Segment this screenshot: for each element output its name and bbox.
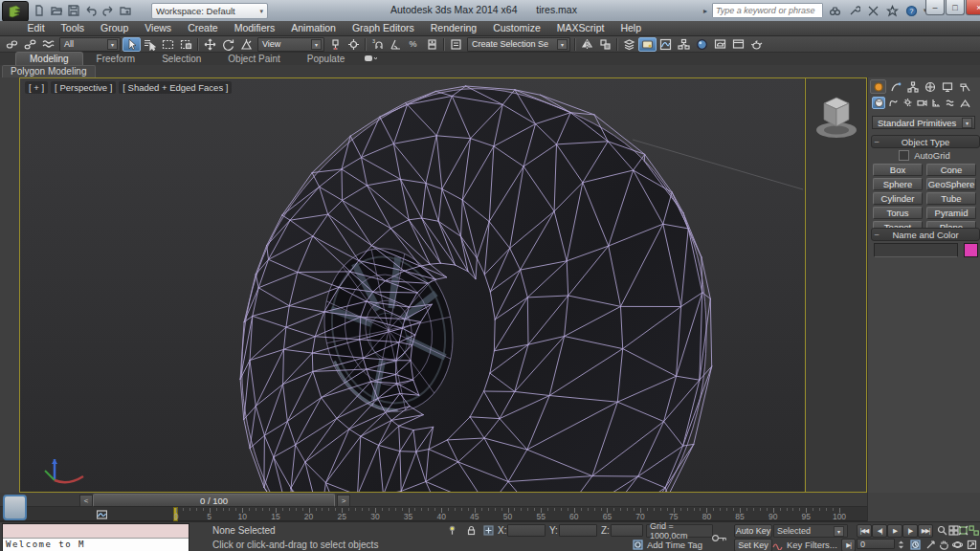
object-color-swatch[interactable]: [964, 243, 978, 257]
sphere-button[interactable]: Sphere: [873, 178, 923, 190]
bind-to-spacewarp-icon[interactable]: [39, 37, 57, 52]
category-spacewarps-icon[interactable]: [944, 97, 957, 109]
tube-button[interactable]: Tube: [926, 192, 976, 205]
y-coordinate-field[interactable]: [559, 524, 597, 537]
viewport-layout-tabs-button[interactable]: [3, 495, 27, 520]
tab-object-paint[interactable]: Object Paint: [214, 53, 293, 65]
maximize-viewport-toggle-icon[interactable]: [966, 539, 978, 550]
frame-spinner[interactable]: [897, 539, 904, 550]
named-selection-set-dropdown[interactable]: Create Selection Se ▾: [467, 37, 570, 52]
category-systems-icon[interactable]: [958, 97, 971, 109]
edit-named-selection-sets-icon[interactable]: [447, 37, 465, 52]
add-time-tag[interactable]: Add Time Tag: [647, 540, 702, 550]
auto-key-button[interactable]: Auto Key: [734, 524, 772, 538]
layer-manager-icon[interactable]: [620, 37, 638, 52]
time-configuration-icon[interactable]: [909, 539, 922, 550]
absolute-mode-toggle-icon[interactable]: [482, 524, 495, 536]
tab-freeform[interactable]: Freeform: [83, 53, 149, 65]
mini-curve-editor-button[interactable]: [96, 509, 108, 520]
help-icon[interactable]: ?: [904, 4, 919, 18]
default-in-out-tangents-icon[interactable]: [771, 539, 784, 550]
pan-view-icon[interactable]: [938, 539, 950, 550]
select-and-rotate-icon[interactable]: [219, 37, 237, 52]
name-and-color-rollout[interactable]: − Name and Color: [871, 228, 980, 241]
autogrid-checkbox[interactable]: [899, 150, 909, 161]
set-keys-key-icon[interactable]: [710, 530, 729, 545]
tab-create[interactable]: [870, 79, 886, 94]
snap-toggle-3d-icon[interactable]: 3: [368, 37, 387, 52]
trackbar-ruler[interactable]: 0510152025303540455055606570758085909510…: [176, 507, 840, 521]
tab-modify[interactable]: [887, 79, 903, 94]
isolate-selection-icon[interactable]: [446, 524, 458, 536]
tab-hierarchy[interactable]: [904, 79, 921, 94]
rendered-frame-window-icon[interactable]: [729, 37, 747, 52]
viewport-shading-button[interactable]: [ Shaded + Edged Faces ]: [119, 81, 232, 94]
search-expand-icon[interactable]: ▸: [703, 7, 707, 15]
select-and-move-icon[interactable]: [201, 37, 219, 52]
object-name-field[interactable]: [874, 243, 958, 257]
render-setup-icon[interactable]: [711, 37, 729, 52]
go-to-start-button[interactable]: |◀◀: [857, 524, 872, 538]
select-and-manipulate-icon[interactable]: [345, 37, 363, 52]
box-button[interactable]: Box: [873, 164, 923, 176]
maximize-button[interactable]: □: [946, 0, 965, 15]
sign-in-wrench-icon[interactable]: [847, 4, 861, 18]
set-key-button[interactable]: Set Key: [734, 539, 772, 551]
viewport-menu-button[interactable]: [ + ]: [25, 81, 48, 94]
zoom-region-icon[interactable]: [924, 539, 937, 550]
search-input[interactable]: [712, 3, 823, 18]
time-back-button[interactable]: <: [79, 495, 93, 507]
tab-display[interactable]: [939, 79, 955, 94]
primitives-dropdown[interactable]: Standard Primitives ▾: [872, 116, 975, 129]
category-lights-icon[interactable]: [901, 97, 914, 109]
menu-tools[interactable]: Tools: [53, 21, 93, 35]
new-scene-icon[interactable]: [32, 3, 47, 18]
tab-motion[interactable]: [922, 79, 938, 94]
select-object-icon[interactable]: [122, 37, 141, 52]
play-animation-button[interactable]: ▶: [887, 524, 902, 538]
tab-selection[interactable]: Selection: [148, 53, 214, 65]
tab-utilities[interactable]: [956, 79, 972, 94]
search-binoculars-icon[interactable]: [828, 4, 842, 18]
category-helpers-icon[interactable]: [929, 97, 943, 109]
rectangular-region-icon[interactable]: [159, 37, 177, 52]
select-and-link-icon[interactable]: [3, 37, 21, 52]
category-shapes-icon[interactable]: [886, 97, 900, 109]
open-file-icon[interactable]: [49, 3, 64, 18]
undo-icon[interactable]: [83, 3, 99, 18]
zoom-extents-all-icon[interactable]: [968, 524, 980, 536]
app-menu-button[interactable]: [2, 1, 29, 22]
reference-coordsys-dropdown[interactable]: View ▾: [257, 37, 324, 52]
curve-editor-icon[interactable]: [657, 37, 675, 52]
viewcube[interactable]: [810, 88, 863, 143]
close-button[interactable]: ×: [966, 0, 980, 15]
select-and-scale-icon[interactable]: [237, 37, 256, 52]
track-bar[interactable]: 0510152025303540455055606570758085909510…: [0, 507, 867, 521]
spinner-snap-icon[interactable]: [423, 37, 441, 52]
previous-frame-button[interactable]: ◀|: [872, 524, 887, 538]
selection-lock-icon[interactable]: [465, 524, 478, 536]
key-mode-toggle-button[interactable]: ▶|: [841, 539, 856, 551]
perspective-viewport[interactable]: [ + ] [ Perspective ] [ Shaded + Edged F…: [20, 78, 804, 492]
render-production-icon[interactable]: [747, 37, 766, 52]
use-pivot-center-icon[interactable]: [326, 37, 345, 52]
select-by-name-icon[interactable]: [141, 37, 159, 52]
communication-center-icon[interactable]: [866, 4, 880, 18]
category-geometry-icon[interactable]: [872, 97, 885, 109]
geosphere-button[interactable]: GeoSphere: [926, 178, 976, 190]
tab-populate[interactable]: Populate: [294, 53, 358, 65]
orbit-icon[interactable]: [951, 539, 964, 550]
project-folder-icon[interactable]: [118, 3, 133, 18]
menu-rendering[interactable]: Rendering: [422, 21, 484, 35]
unlink-selection-icon[interactable]: [21, 37, 39, 52]
go-to-end-button[interactable]: ▶▶|: [918, 524, 933, 538]
cone-button[interactable]: Cone: [926, 164, 976, 176]
polygon-modeling-panel[interactable]: Polygon Modeling: [2, 65, 96, 77]
ribbon-minimize-button[interactable]: [358, 53, 383, 65]
key-filters-button[interactable]: Key Filters...: [787, 540, 837, 550]
maxscript-mini-listener[interactable]: Welcome to M: [2, 523, 189, 551]
selection-filter-dropdown[interactable]: All ▾: [59, 37, 121, 52]
time-slider-handle[interactable]: 0 / 100: [93, 494, 335, 507]
pyramid-button[interactable]: Pyramid: [926, 207, 976, 219]
listener-pane[interactable]: Welcome to M: [3, 539, 189, 551]
